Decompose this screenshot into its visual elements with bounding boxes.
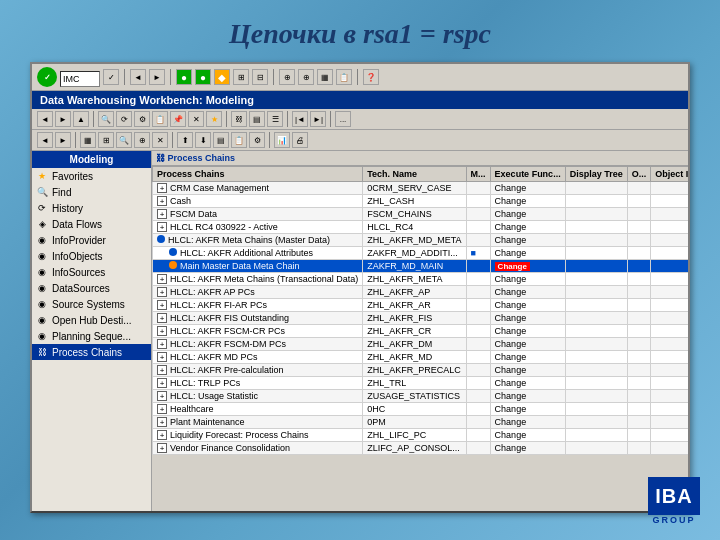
expand-icon[interactable]: + [157,339,167,349]
btn3[interactable]: ◆ [214,69,230,85]
nav-forward[interactable]: ► [55,111,71,127]
expand-icon[interactable]: + [157,430,167,440]
t-btn4[interactable]: ⊞ [98,132,114,148]
expand-icon[interactable]: + [157,274,167,284]
t-btn5[interactable]: 🔍 [116,132,132,148]
expand-icon[interactable]: + [157,222,167,232]
t-btn10[interactable]: ▤ [213,132,229,148]
expand-icon[interactable]: + [157,391,167,401]
list-btn[interactable]: ☰ [267,111,283,127]
table-row[interactable]: +Healthcare0HCChange [153,403,689,416]
expand-icon[interactable]: + [157,196,167,206]
search-btn[interactable]: 🔍 [98,111,114,127]
t-btn13[interactable]: 📊 [274,132,290,148]
row-execute-7[interactable]: Change [490,273,565,286]
t-btn6[interactable]: ⊕ [134,132,150,148]
row-execute-17[interactable]: Change [490,403,565,416]
row-execute-13[interactable]: Change [490,351,565,364]
row-execute-5[interactable]: Change [490,247,565,260]
table-row[interactable]: Main Master Data Meta ChainZAKFR_MD_MAIN… [153,260,689,273]
table-row[interactable]: +HLCL: AKFR MD PCsZHL_AKFR_MDChange [153,351,689,364]
settings-btn[interactable]: ⚙ [134,111,150,127]
btn9[interactable]: 📋 [336,69,352,85]
row-execute-12[interactable]: Change [490,338,565,351]
expand-icon[interactable]: + [157,313,167,323]
copy-btn[interactable]: 📋 [152,111,168,127]
expand-icon[interactable]: + [157,378,167,388]
row-execute-11[interactable]: Change [490,325,565,338]
table-row[interactable]: +HLCL: AKFR FIS OutstandingZHL_AKFR_FISC… [153,312,689,325]
sidebar-item-planning[interactable]: ◉Planning Seque... [32,328,151,344]
table-row[interactable]: +HLCL: AKFR Pre-calculationZHL_AKFR_PREC… [153,364,689,377]
toolbar-input[interactable] [60,68,100,87]
t-btn9[interactable]: ⬇ [195,132,211,148]
expand-icon[interactable]: + [157,209,167,219]
col-btn2[interactable]: ►| [310,111,326,127]
t-btn2[interactable]: ► [55,132,71,148]
expand-icon[interactable]: + [157,352,167,362]
view-btn[interactable]: ▤ [249,111,265,127]
table-row[interactable]: +HLCL RC4 030922 - ActiveHLCL_RC4Change [153,221,689,234]
btn1[interactable]: ● [176,69,192,85]
nav-up[interactable]: ▲ [73,111,89,127]
t-btn3[interactable]: ▦ [80,132,96,148]
sidebar-item-infosources[interactable]: ◉InfoSources [32,264,151,280]
forward-btn[interactable]: ► [149,69,165,85]
checkmark-btn[interactable]: ✓ [103,69,119,85]
row-execute-9[interactable]: Change [490,299,565,312]
row-execute-1[interactable]: Change [490,195,565,208]
table-row[interactable]: +Plant Maintenance0PMChange [153,416,689,429]
table-row[interactable]: HLCL: AKFR Meta Chains (Master Data)ZHL_… [153,234,689,247]
star-btn[interactable]: ★ [206,111,222,127]
expand-icon[interactable]: + [157,326,167,336]
expand-icon[interactable]: + [157,404,167,414]
row-execute-6[interactable]: Change [490,260,565,273]
t-btn12[interactable]: ⚙ [249,132,265,148]
row-execute-19[interactable]: Change [490,429,565,442]
row-execute-3[interactable]: Change [490,221,565,234]
col-btn[interactable]: |◄ [292,111,308,127]
btn10[interactable]: ❓ [363,69,379,85]
sidebar-item-history[interactable]: ⟳History [32,200,151,216]
row-execute-20[interactable]: Change [490,442,565,455]
row-execute-0[interactable]: Change [490,182,565,195]
t-btn14[interactable]: 🖨 [292,132,308,148]
sidebar-item-infoprovider[interactable]: ◉InfoProvider [32,232,151,248]
t-btn8[interactable]: ⬆ [177,132,193,148]
btn8[interactable]: ▦ [317,69,333,85]
table-row[interactable]: +HLCL: AKFR AP PCsZHL_AKFR_APChange [153,286,689,299]
sidebar-item-infoobjects[interactable]: ◉InfoObjects [32,248,151,264]
refresh-btn[interactable]: ⟳ [116,111,132,127]
expand-icon[interactable]: + [157,443,167,453]
row-execute-4[interactable]: Change [490,234,565,247]
table-row[interactable]: +CashZHL_CASHChange [153,195,689,208]
expand-icon[interactable]: + [157,417,167,427]
table-row[interactable]: +HLCL: Usage StatisticZUSAGE_STATISTICSC… [153,390,689,403]
row-execute-16[interactable]: Change [490,390,565,403]
expand-icon[interactable]: + [157,183,167,193]
expand-icon[interactable]: + [157,287,167,297]
sidebar-item-find[interactable]: 🔍Find [32,184,151,200]
back-btn[interactable]: ◄ [130,69,146,85]
paste-btn[interactable]: 📌 [170,111,186,127]
row-execute-10[interactable]: Change [490,312,565,325]
sidebar-item-processchains[interactable]: ⛓Process Chains [32,344,151,360]
btn5[interactable]: ⊟ [252,69,268,85]
btn7[interactable]: ⊕ [298,69,314,85]
table-row[interactable]: +HLCL: TRLP PCsZHL_TRLChange [153,377,689,390]
table-row[interactable]: +HLCL: AKFR Meta Chains (Transactional D… [153,273,689,286]
sidebar-item-sourcesystems[interactable]: ◉Source Systems [32,296,151,312]
row-execute-2[interactable]: Change [490,208,565,221]
table-row[interactable]: HLCL: AKFR Additional AttributesZAKFR_MD… [153,247,689,260]
sidebar-item-dataflows[interactable]: ◈Data Flows [32,216,151,232]
row-execute-14[interactable]: Change [490,364,565,377]
t-btn7[interactable]: ✕ [152,132,168,148]
row-execute-15[interactable]: Change [490,377,565,390]
t-btn11[interactable]: 📋 [231,132,247,148]
nav-back[interactable]: ◄ [37,111,53,127]
sidebar-item-datasources[interactable]: ◉DataSources [32,280,151,296]
toolbar-green-circle[interactable]: ✓ [37,67,57,87]
table-row[interactable]: +FSCM DataFSCM_CHAINSChange [153,208,689,221]
table-row[interactable]: +HLCL: AKFR FSCM-CR PCsZHL_AKFR_CRChange [153,325,689,338]
row-execute-18[interactable]: Change [490,416,565,429]
